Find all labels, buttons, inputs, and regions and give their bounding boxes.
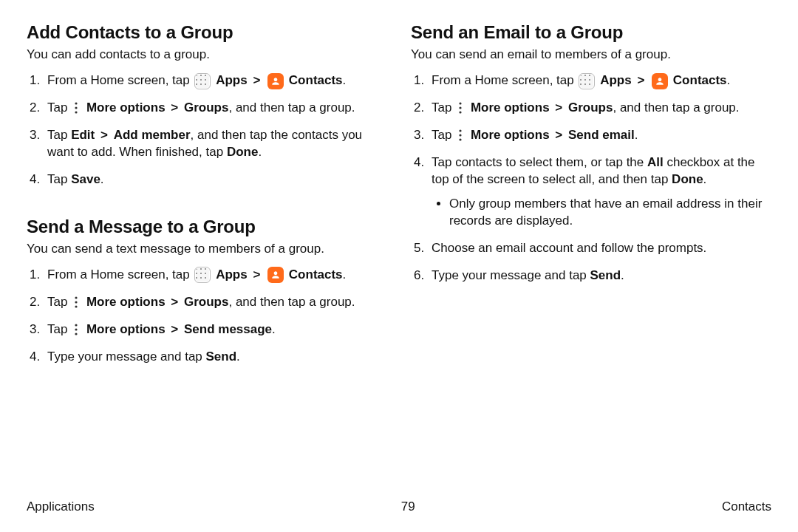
- text: Tap: [432, 128, 455, 142]
- contacts-label: Contacts: [289, 73, 343, 87]
- list-item: Type your message and tap Send.: [411, 267, 771, 284]
- list-item: Tap Save.: [27, 171, 387, 188]
- chevron-right-icon: >: [555, 128, 562, 142]
- text: Tap: [47, 322, 71, 336]
- edit-label: Edit: [71, 128, 95, 142]
- send-label: Send: [590, 268, 621, 282]
- chevron-right-icon: >: [555, 100, 562, 115]
- svg-point-3: [75, 297, 78, 299]
- steps-send-email: From a Home screen, tap Apps > Contacts.…: [411, 72, 771, 284]
- footer-left: Applications: [27, 499, 95, 514]
- list-item: Tap More options > Groups, and then tap …: [27, 294, 387, 311]
- more-options-label: More options: [471, 128, 550, 142]
- more-options-label: More options: [86, 295, 166, 309]
- contacts-icon: [267, 73, 284, 89]
- list-item: From a Home screen, tap Apps > Contacts.: [411, 72, 771, 89]
- groups-label: Groups: [184, 295, 228, 309]
- chevron-right-icon: >: [637, 73, 644, 87]
- text: , and then tap a group.: [228, 100, 355, 115]
- text: From a Home screen, tap: [47, 267, 193, 282]
- contacts-icon: [652, 73, 668, 89]
- list-item: Choose an email account and follow the p…: [411, 240, 771, 257]
- heading-add-contacts: Add Contacts to a Group: [27, 22, 387, 43]
- contacts-label: Contacts: [673, 73, 727, 87]
- svg-point-9: [460, 103, 462, 105]
- right-column: Send an Email to a Group You can send an…: [411, 22, 771, 494]
- svg-point-8: [75, 332, 78, 335]
- apps-icon: [194, 267, 211, 283]
- more-options-label: More options: [471, 100, 550, 115]
- sub-bullets: Only group members that have an email ad…: [449, 196, 771, 230]
- contacts-label: Contacts: [289, 267, 343, 282]
- svg-point-13: [460, 134, 462, 137]
- list-item: From a Home screen, tap Apps > Contacts.: [27, 267, 387, 284]
- save-label: Save: [71, 172, 100, 186]
- apps-icon: [194, 73, 211, 89]
- text: Type your message and tap: [432, 268, 590, 282]
- list-item: Tap contacts to select them, or tap the …: [411, 154, 771, 230]
- text: Tap: [432, 100, 455, 115]
- list-item: Only group members that have an email ad…: [449, 196, 771, 230]
- done-label: Done: [672, 172, 703, 186]
- groups-label: Groups: [568, 100, 613, 115]
- more-options-icon: [72, 295, 80, 310]
- svg-point-14: [460, 139, 462, 141]
- svg-point-5: [75, 306, 78, 308]
- list-item: Tap More options > Groups, and then tap …: [411, 100, 771, 117]
- list-item: Type your message and tap Send.: [27, 349, 387, 366]
- lead-add-contacts: You can add contacts to a group.: [27, 47, 387, 62]
- svg-point-6: [75, 324, 78, 326]
- apps-icon: [579, 73, 595, 89]
- all-label: All: [647, 155, 664, 169]
- list-item: Tap More options > Groups, and then tap …: [27, 100, 387, 117]
- contacts-icon: [267, 267, 284, 283]
- content-columns: Add Contacts to a Group You can add cont…: [27, 22, 771, 494]
- chevron-right-icon: >: [253, 267, 260, 282]
- svg-point-10: [460, 107, 462, 109]
- text: , and then tap a group.: [228, 295, 355, 309]
- svg-point-7: [75, 328, 78, 330]
- chevron-right-icon: >: [171, 100, 178, 115]
- more-options-icon: [457, 100, 464, 115]
- svg-point-12: [460, 130, 462, 132]
- more-options-icon: [457, 128, 464, 143]
- more-options-label: More options: [86, 100, 166, 115]
- text: Tap: [47, 172, 71, 186]
- lead-send-message: You can send a text message to members o…: [27, 242, 387, 256]
- chevron-right-icon: >: [100, 128, 108, 142]
- text: Tap contacts to select them, or tap the: [432, 155, 647, 169]
- svg-point-1: [75, 107, 78, 109]
- text: From a Home screen, tap: [47, 73, 193, 87]
- text: From a Home screen, tap: [432, 73, 577, 87]
- text: Tap: [47, 295, 71, 309]
- list-item: Tap More options > Send email.: [411, 127, 771, 144]
- send-email-label: Send email: [568, 128, 635, 142]
- list-item: Tap Edit > Add member, and then tap the …: [27, 127, 387, 161]
- left-column: Add Contacts to a Group You can add cont…: [27, 22, 387, 494]
- svg-point-2: [75, 112, 78, 114]
- send-label: Send: [206, 349, 237, 364]
- svg-point-11: [460, 112, 462, 114]
- groups-label: Groups: [184, 100, 228, 115]
- done-label: Done: [227, 145, 259, 159]
- lead-send-email: You can send an email to members of a gr…: [411, 47, 771, 62]
- more-options-icon: [72, 322, 80, 337]
- footer-page-number: 79: [401, 499, 415, 514]
- chevron-right-icon: >: [171, 322, 178, 336]
- add-member-label: Add member: [114, 128, 191, 142]
- heading-send-message: Send a Message to a Group: [27, 216, 387, 237]
- page-footer: Applications 79 Contacts: [27, 499, 771, 514]
- apps-label: Apps: [600, 73, 632, 87]
- chevron-right-icon: >: [253, 73, 260, 87]
- send-message-label: Send message: [184, 322, 272, 336]
- apps-label: Apps: [216, 267, 248, 282]
- text: Tap: [47, 128, 71, 142]
- text: , and then tap the contacts you want to …: [47, 128, 362, 159]
- more-options-label: More options: [86, 322, 166, 336]
- text: Type your message and tap: [47, 349, 206, 364]
- list-item: From a Home screen, tap Apps > Contacts.: [27, 72, 387, 89]
- list-item: Tap More options > Send message.: [27, 321, 387, 338]
- chevron-right-icon: >: [171, 295, 178, 309]
- text: , and then tap a group.: [613, 100, 739, 115]
- footer-right: Contacts: [722, 499, 771, 514]
